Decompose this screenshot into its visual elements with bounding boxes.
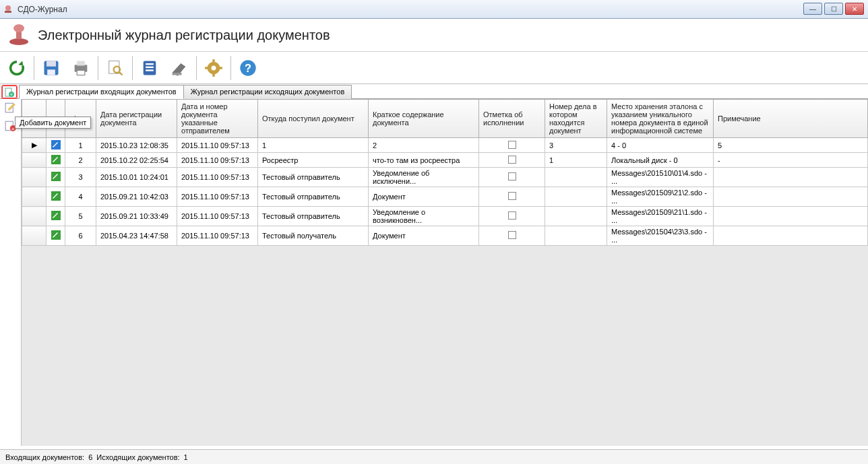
cell-summary[interactable]: Документ bbox=[369, 187, 479, 207]
cell-note[interactable] bbox=[714, 187, 868, 207]
cell-exec[interactable] bbox=[479, 138, 545, 153]
cell-pp[interactable]: 4 bbox=[65, 187, 96, 207]
cell-exec[interactable] bbox=[479, 207, 545, 226]
col-summary[interactable]: Краткое содержание документа bbox=[369, 100, 479, 138]
edit-document-icon[interactable] bbox=[5, 102, 17, 116]
status-outgoing-count: 1 bbox=[184, 453, 188, 461]
help-button[interactable]: ? bbox=[234, 54, 262, 82]
cell-from[interactable]: 1 bbox=[258, 138, 369, 153]
search-button[interactable] bbox=[101, 54, 129, 82]
edit-cell[interactable] bbox=[46, 153, 65, 168]
cell-summary[interactable]: 2 bbox=[369, 138, 479, 153]
table-row[interactable]: 52015.09.21 10:33:492015.11.10 09:57:13Т… bbox=[22, 207, 868, 226]
cell-summary[interactable]: Уведомление об исключени... bbox=[369, 168, 479, 187]
cell-from[interactable]: Тестовый отправитель bbox=[258, 168, 369, 187]
col-storage[interactable]: Место хранения эталона с указанием уника… bbox=[607, 100, 714, 138]
cell-exec[interactable] bbox=[479, 187, 545, 207]
table-row[interactable]: 42015.09.21 10:42:032015.11.10 09:57:13Т… bbox=[22, 187, 868, 207]
cell-storage[interactable]: Локальный диск - 0 bbox=[607, 153, 714, 168]
scan-button[interactable] bbox=[165, 54, 193, 82]
cell-exec[interactable] bbox=[479, 168, 545, 187]
tab-incoming[interactable]: Журнал регистрации входящих документов bbox=[19, 85, 184, 99]
edit-cell[interactable] bbox=[46, 226, 65, 246]
journal-button[interactable] bbox=[135, 54, 164, 82]
cell-from[interactable]: Тестовый получатель bbox=[258, 226, 369, 246]
close-button[interactable]: ✕ bbox=[845, 3, 864, 15]
cell-note[interactable] bbox=[714, 226, 868, 246]
svg-rect-6 bbox=[46, 61, 56, 66]
table-row[interactable]: 22015.10.22 02:25:542015.11.10 09:57:13Р… bbox=[22, 153, 868, 168]
cell-note[interactable] bbox=[714, 168, 868, 187]
cell-case[interactable] bbox=[545, 207, 607, 226]
cell-case[interactable]: 1 bbox=[545, 153, 607, 168]
cell-summary[interactable]: Уведомление о возникновен... bbox=[369, 207, 479, 226]
settings-button[interactable] bbox=[199, 54, 228, 82]
add-document-tab-icon[interactable]: + bbox=[2, 86, 17, 98]
tab-outgoing[interactable]: Журнал регистрации исходящих документов bbox=[183, 85, 352, 99]
cell-reg-date[interactable]: 2015.09.21 10:33:49 bbox=[96, 207, 177, 226]
cell-exec[interactable] bbox=[479, 153, 545, 168]
cell-note[interactable]: - bbox=[714, 153, 868, 168]
cell-case[interactable] bbox=[545, 168, 607, 187]
edit-cell[interactable] bbox=[46, 187, 65, 207]
cell-pp[interactable]: 2 bbox=[65, 153, 96, 168]
svg-rect-7 bbox=[47, 69, 55, 75]
cell-case[interactable] bbox=[545, 226, 607, 246]
cell-summary[interactable]: Документ bbox=[369, 226, 479, 246]
svg-point-4 bbox=[13, 24, 24, 32]
svg-rect-15 bbox=[146, 63, 154, 65]
status-incoming-count: 6 bbox=[88, 453, 92, 461]
cell-summary[interactable]: что-то там из росреестра bbox=[369, 153, 479, 168]
cell-case[interactable]: 3 bbox=[545, 138, 607, 153]
cell-reg-date[interactable]: 2015.09.21 10:42:03 bbox=[96, 187, 177, 207]
col-sender-date[interactable]: Дата и номер документа указанные отправи… bbox=[177, 100, 258, 138]
cell-sender-date[interactable]: 2015.11.10 09:57:13 bbox=[177, 207, 258, 226]
maximize-button[interactable]: ☐ bbox=[824, 3, 843, 15]
cell-storage[interactable]: Messages\201504\23\3.sdo - ... bbox=[607, 226, 714, 246]
svg-rect-17 bbox=[146, 69, 154, 71]
cell-sender-date[interactable]: 2015.11.10 09:57:13 bbox=[177, 138, 258, 153]
cell-reg-date[interactable]: 2015.10.01 10:24:01 bbox=[96, 168, 177, 187]
save-button[interactable] bbox=[37, 54, 65, 82]
cell-pp[interactable]: 3 bbox=[65, 168, 96, 187]
cell-sender-date[interactable]: 2015.11.10 09:57:13 bbox=[177, 153, 258, 168]
print-button[interactable] bbox=[67, 54, 95, 82]
col-case-no[interactable]: Номер дела в котором находится документ bbox=[545, 100, 607, 138]
edit-cell[interactable] bbox=[46, 138, 65, 153]
cell-storage[interactable]: Messages\201509\21\2.sdo - ... bbox=[607, 187, 714, 207]
grid-container[interactable]: п/п Дата регистрации документа Дата и но… bbox=[22, 99, 868, 446]
cell-storage[interactable]: Messages\201510\01\4.sdo - ... bbox=[607, 168, 714, 187]
cell-sender-date[interactable]: 2015.11.10 09:57:13 bbox=[177, 187, 258, 207]
table-row[interactable]: ▶12015.10.23 12:08:352015.11.10 09:57:13… bbox=[22, 138, 868, 153]
refresh-button[interactable] bbox=[3, 54, 31, 82]
cell-sender-date[interactable]: 2015.11.10 09:57:13 bbox=[177, 226, 258, 246]
cell-note[interactable] bbox=[714, 207, 868, 226]
cell-reg-date[interactable]: 2015.10.23 12:08:35 bbox=[96, 138, 177, 153]
minimize-button[interactable]: — bbox=[803, 3, 822, 15]
cell-from[interactable]: Росреестр bbox=[258, 153, 369, 168]
cell-storage[interactable]: Messages\201509\21\1.sdo - ... bbox=[607, 207, 714, 226]
row-indicator bbox=[22, 187, 46, 207]
edit-cell[interactable] bbox=[46, 207, 65, 226]
cell-note[interactable]: 5 bbox=[714, 138, 868, 153]
cell-reg-date[interactable]: 2015.04.23 14:47:58 bbox=[96, 226, 177, 246]
col-reg-date[interactable]: Дата регистрации документа bbox=[96, 100, 177, 138]
cell-from[interactable]: Тестовый отправитель bbox=[258, 207, 369, 226]
main-toolbar: ? bbox=[0, 52, 868, 84]
edit-cell[interactable] bbox=[46, 168, 65, 187]
cell-sender-date[interactable]: 2015.11.10 09:57:13 bbox=[177, 168, 258, 187]
cell-pp[interactable]: 6 bbox=[65, 226, 96, 246]
cell-pp[interactable]: 1 bbox=[65, 138, 96, 153]
col-note[interactable]: Примечание bbox=[714, 100, 868, 138]
cell-from[interactable]: Тестовый отправитель bbox=[258, 187, 369, 207]
cell-storage[interactable]: 4 - 0 bbox=[607, 138, 714, 153]
col-from[interactable]: Откуда поступил документ bbox=[258, 100, 369, 138]
svg-point-2 bbox=[9, 38, 28, 45]
table-row[interactable]: 62015.04.23 14:47:582015.11.10 09:57:13Т… bbox=[22, 226, 868, 246]
cell-reg-date[interactable]: 2015.10.22 02:25:54 bbox=[96, 153, 177, 168]
cell-exec[interactable] bbox=[479, 226, 545, 246]
table-row[interactable]: 32015.10.01 10:24:012015.11.10 09:57:13Т… bbox=[22, 168, 868, 187]
col-exec-mark[interactable]: Отметка об исполнении bbox=[479, 100, 545, 138]
cell-pp[interactable]: 5 bbox=[65, 207, 96, 226]
cell-case[interactable] bbox=[545, 187, 607, 207]
